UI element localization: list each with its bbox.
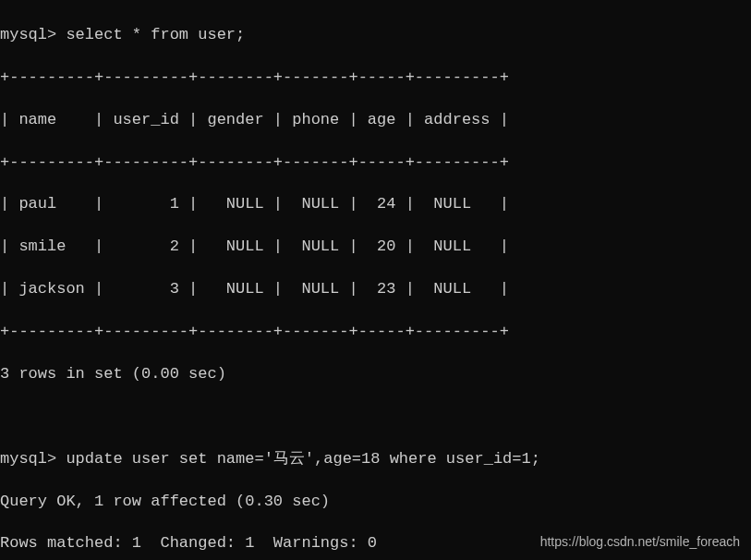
table1-footer: 3 rows in set (0.00 sec): [0, 364, 751, 385]
table1-border-mid: +---------+---------+--------+-------+--…: [0, 152, 751, 174]
table1-border-bottom: +---------+---------+--------+-------+--…: [0, 322, 751, 343]
blank-1: [0, 407, 751, 428]
prompt-line-2: mysql> update user set name='马云',age=18 …: [0, 449, 751, 470]
table1-row-2: | smile | 2 | NULL | NULL | 20 | NULL |: [0, 237, 751, 258]
table1-headers: | name | user_id | gender | phone | age …: [0, 110, 751, 131]
prompt-line-1: mysql> select * from user;: [0, 25, 751, 46]
table1-border-top: +---------+---------+--------+-------+--…: [0, 67, 751, 89]
table1-row-1: | paul | 1 | NULL | NULL | 24 | NULL |: [0, 194, 751, 215]
table1-row-3: | jackson | 3 | NULL | NULL | 23 | NULL …: [0, 279, 751, 300]
update-result-1: Query OK, 1 row affected (0.30 sec): [0, 492, 751, 513]
mysql-terminal[interactable]: mysql> select * from user; +---------+--…: [0, 0, 751, 560]
watermark-text: https://blog.csdn.net/smile_foreach: [540, 533, 740, 551]
